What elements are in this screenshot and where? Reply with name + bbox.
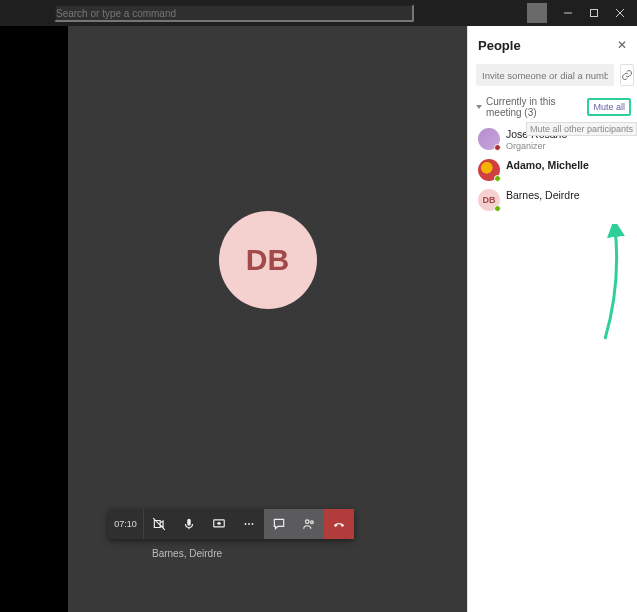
svg-point-10 bbox=[311, 521, 314, 524]
participant-name: Jose Rosario bbox=[506, 128, 567, 141]
participant-row[interactable]: Adamo, Michelle bbox=[468, 155, 637, 185]
participant-avatar bbox=[478, 128, 500, 150]
section-count: (3) bbox=[524, 107, 536, 118]
speaker-caption-name: Barnes, Deirdre bbox=[152, 548, 222, 559]
chevron-down-icon bbox=[476, 105, 482, 109]
chat-button[interactable] bbox=[264, 509, 294, 539]
people-panel-close-button[interactable]: ✕ bbox=[617, 38, 627, 52]
svg-rect-4 bbox=[187, 519, 191, 526]
share-screen-button[interactable] bbox=[204, 509, 234, 539]
microphone-toggle-button[interactable] bbox=[174, 509, 204, 539]
meeting-control-bar: 07:10 bbox=[108, 509, 354, 539]
svg-rect-1 bbox=[591, 10, 598, 17]
participant-role: Organizer bbox=[506, 141, 567, 151]
microphone-icon bbox=[182, 517, 196, 531]
participant-avatar bbox=[478, 159, 500, 181]
people-panel: People ✕ Currently in this meeting (3) M… bbox=[467, 26, 637, 612]
hang-up-icon bbox=[332, 517, 346, 531]
participant-row[interactable]: Jose RosarioOrganizer bbox=[468, 124, 637, 155]
current-user-avatar[interactable] bbox=[527, 3, 547, 23]
people-button[interactable] bbox=[294, 509, 324, 539]
speaker-avatar: DB bbox=[219, 211, 317, 309]
svg-point-8 bbox=[252, 523, 254, 525]
chat-icon bbox=[272, 517, 286, 531]
presence-indicator-icon bbox=[494, 205, 501, 212]
more-actions-button[interactable] bbox=[234, 509, 264, 539]
section-label: Currently in this meeting bbox=[486, 96, 555, 118]
participants-list: Mute all other participants Jose Rosario… bbox=[468, 124, 637, 215]
main-area: DB 07:10 bbox=[0, 26, 637, 612]
window-minimize-button[interactable] bbox=[555, 0, 581, 26]
camera-toggle-button[interactable] bbox=[144, 509, 174, 539]
window-close-button[interactable] bbox=[607, 0, 633, 26]
presence-indicator-icon bbox=[494, 144, 501, 151]
mute-all-button[interactable]: Mute all bbox=[587, 98, 631, 116]
participant-avatar: DB bbox=[478, 189, 500, 211]
copy-join-link-button[interactable] bbox=[620, 64, 634, 86]
presence-indicator-icon bbox=[494, 175, 501, 182]
people-icon bbox=[302, 517, 316, 531]
participant-row[interactable]: DBBarnes, Deirdre bbox=[468, 185, 637, 215]
hang-up-button[interactable] bbox=[324, 509, 354, 539]
meeting-stage: DB 07:10 bbox=[68, 26, 467, 612]
window-maximize-button[interactable] bbox=[581, 0, 607, 26]
share-screen-icon bbox=[212, 517, 226, 531]
camera-off-icon bbox=[152, 517, 166, 531]
annotation-arrow-icon bbox=[595, 224, 625, 344]
people-panel-title: People bbox=[478, 38, 521, 53]
participant-name: Barnes, Deirdre bbox=[506, 189, 580, 202]
svg-point-7 bbox=[248, 523, 250, 525]
app-shell: DB 07:10 bbox=[0, 0, 637, 612]
link-icon bbox=[621, 69, 633, 81]
ellipsis-icon bbox=[242, 517, 256, 531]
meeting-timer: 07:10 bbox=[108, 509, 144, 539]
svg-point-6 bbox=[245, 523, 247, 525]
command-search-input[interactable] bbox=[54, 4, 414, 22]
participant-name: Adamo, Michelle bbox=[506, 159, 589, 172]
left-app-rail bbox=[0, 26, 68, 612]
participants-section-header[interactable]: Currently in this meeting (3) Mute all bbox=[468, 90, 637, 124]
invite-input[interactable] bbox=[476, 64, 614, 86]
title-bar bbox=[0, 0, 637, 26]
svg-point-9 bbox=[306, 520, 310, 524]
